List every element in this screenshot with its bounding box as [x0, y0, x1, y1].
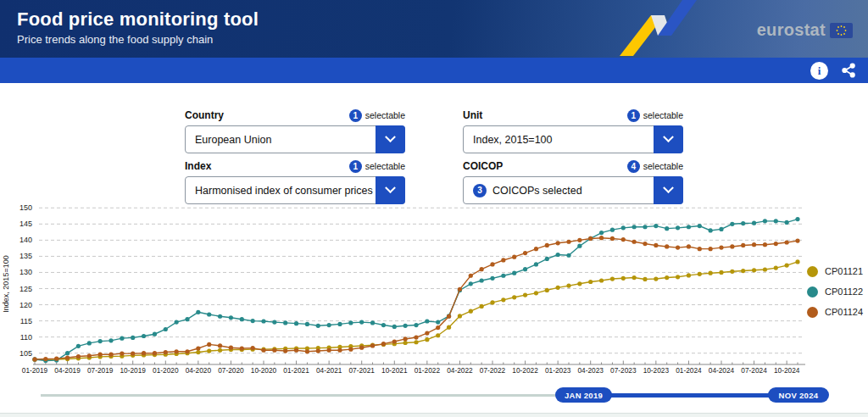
- data-point[interactable]: [381, 342, 386, 346]
- data-point[interactable]: [480, 267, 484, 271]
- data-point[interactable]: [153, 351, 157, 355]
- data-point[interactable]: [196, 310, 200, 314]
- index-select[interactable]: Harmonised index of consumer prices: [185, 176, 405, 204]
- country-select-chevron-button[interactable]: [376, 125, 405, 153]
- data-point[interactable]: [730, 244, 734, 248]
- data-point[interactable]: [752, 221, 756, 225]
- data-point[interactable]: [65, 355, 70, 359]
- data-point[interactable]: [632, 240, 637, 244]
- data-point[interactable]: [676, 225, 680, 230]
- data-point[interactable]: [447, 314, 451, 319]
- range-start-handle[interactable]: JAN 2019: [555, 387, 612, 403]
- data-point[interactable]: [621, 237, 626, 242]
- data-point[interactable]: [534, 291, 538, 295]
- data-point[interactable]: [43, 357, 47, 361]
- data-point[interactable]: [566, 283, 570, 287]
- data-point[interactable]: [556, 241, 560, 245]
- data-point[interactable]: [164, 327, 168, 331]
- data-point[interactable]: [251, 346, 255, 350]
- data-point[interactable]: [164, 350, 168, 354]
- data-point[interactable]: [480, 304, 484, 309]
- data-point[interactable]: [621, 276, 626, 281]
- data-point[interactable]: [131, 351, 135, 355]
- data-point[interactable]: [610, 276, 615, 281]
- coicop-select[interactable]: 3 COICOPs selected: [463, 176, 683, 204]
- data-point[interactable]: [698, 272, 702, 276]
- data-point[interactable]: [577, 281, 581, 286]
- data-point[interactable]: [272, 348, 276, 353]
- coicop-select-chevron-button[interactable]: [654, 176, 683, 204]
- data-point[interactable]: [425, 331, 429, 335]
- data-point[interactable]: [392, 339, 397, 343]
- data-point[interactable]: [207, 348, 211, 353]
- data-point[interactable]: [425, 319, 429, 323]
- data-point[interactable]: [523, 251, 527, 255]
- data-point[interactable]: [337, 348, 342, 353]
- data-point[interactable]: [283, 348, 287, 353]
- data-point[interactable]: [763, 267, 767, 271]
- data-point[interactable]: [469, 274, 473, 278]
- data-point[interactable]: [545, 288, 549, 292]
- data-point[interactable]: [795, 239, 799, 243]
- data-point[interactable]: [588, 236, 593, 241]
- unit-select-chevron-button[interactable]: [654, 125, 683, 153]
- data-point[interactable]: [436, 325, 440, 330]
- data-point[interactable]: [741, 221, 745, 225]
- data-point[interactable]: [501, 297, 505, 302]
- data-point[interactable]: [98, 339, 103, 343]
- data-point[interactable]: [709, 228, 713, 232]
- data-point[interactable]: [425, 337, 429, 342]
- data-point[interactable]: [403, 341, 408, 345]
- data-point[interactable]: [741, 243, 745, 247]
- data-point[interactable]: [654, 224, 658, 228]
- data-point[interactable]: [665, 244, 669, 248]
- data-point[interactable]: [654, 276, 658, 281]
- data-point[interactable]: [490, 276, 494, 281]
- data-point[interactable]: [458, 287, 462, 292]
- data-point[interactable]: [709, 271, 713, 275]
- data-point[interactable]: [501, 274, 505, 278]
- data-point[interactable]: [458, 314, 462, 318]
- data-point[interactable]: [676, 246, 680, 250]
- data-point[interactable]: [348, 320, 353, 325]
- data-point[interactable]: [774, 219, 778, 223]
- data-point[interactable]: [131, 336, 135, 340]
- data-point[interactable]: [687, 244, 691, 248]
- data-point[interactable]: [229, 346, 233, 350]
- data-point[interactable]: [654, 243, 658, 247]
- data-point[interactable]: [175, 349, 179, 353]
- data-point[interactable]: [709, 247, 713, 251]
- data-point[interactable]: [752, 242, 756, 247]
- data-point[interactable]: [599, 278, 604, 282]
- data-point[interactable]: [599, 231, 604, 235]
- data-point[interactable]: [261, 319, 265, 323]
- data-point[interactable]: [414, 335, 418, 339]
- data-point[interactable]: [523, 267, 527, 271]
- data-point[interactable]: [65, 351, 70, 355]
- data-point[interactable]: [120, 351, 124, 355]
- legend-item[interactable]: CP01122: [807, 281, 863, 302]
- data-point[interactable]: [76, 344, 81, 348]
- data-point[interactable]: [785, 220, 789, 225]
- data-point[interactable]: [676, 275, 680, 279]
- data-point[interactable]: [687, 225, 691, 229]
- data-point[interactable]: [480, 278, 484, 282]
- data-point[interactable]: [316, 324, 320, 328]
- data-point[interactable]: [359, 320, 364, 325]
- data-point[interactable]: [108, 353, 113, 357]
- data-point[interactable]: [545, 257, 549, 261]
- data-point[interactable]: [120, 336, 124, 341]
- data-point[interactable]: [185, 317, 189, 321]
- data-point[interactable]: [327, 323, 331, 327]
- data-point[interactable]: [588, 280, 593, 284]
- data-point[interactable]: [283, 320, 287, 325]
- data-point[interactable]: [643, 225, 647, 229]
- data-point[interactable]: [403, 336, 408, 341]
- data-point[interactable]: [774, 242, 778, 246]
- data-point[interactable]: [643, 277, 647, 281]
- data-point[interactable]: [632, 275, 637, 280]
- data-point[interactable]: [774, 266, 778, 270]
- price-trend-chart[interactable]: 105110115120125130135140145150Index, 201…: [0, 203, 868, 383]
- data-point[interactable]: [534, 262, 538, 266]
- data-point[interactable]: [98, 353, 103, 357]
